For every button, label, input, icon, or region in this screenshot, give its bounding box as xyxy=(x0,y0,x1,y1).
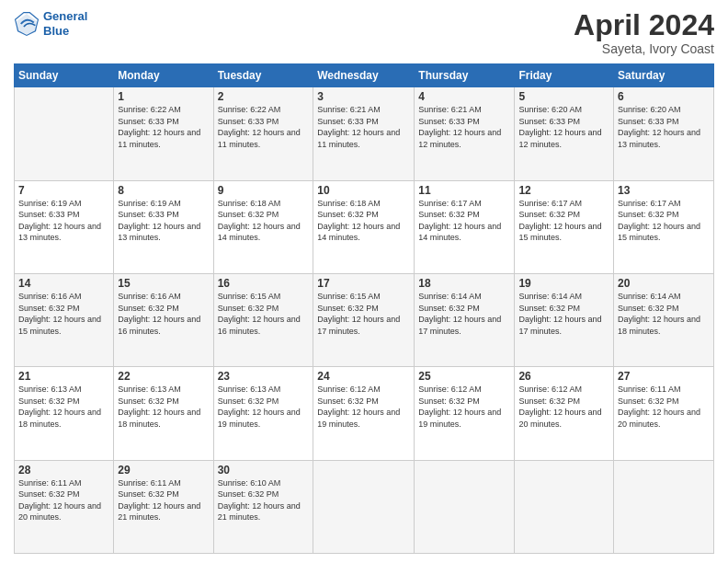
day-number: 9 xyxy=(218,184,310,197)
calendar-cell: 30Sunrise: 6:10 AMSunset: 6:32 PMDayligh… xyxy=(213,460,313,553)
calendar-cell: 6Sunrise: 6:20 AMSunset: 6:33 PMDaylight… xyxy=(614,87,714,180)
week-row-5: 28Sunrise: 6:11 AMSunset: 6:32 PMDayligh… xyxy=(15,460,714,553)
day-info: Sunrise: 6:22 AMSunset: 6:33 PMDaylight:… xyxy=(118,104,209,150)
day-number: 29 xyxy=(118,464,209,477)
day-number: 2 xyxy=(218,90,310,103)
weekday-header-saturday: Saturday xyxy=(614,64,714,87)
calendar-cell: 22Sunrise: 6:13 AMSunset: 6:32 PMDayligh… xyxy=(114,367,213,460)
weekday-header-friday: Friday xyxy=(515,64,614,87)
logo-general: General xyxy=(43,9,87,23)
calendar-cell: 19Sunrise: 6:14 AMSunset: 6:32 PMDayligh… xyxy=(515,273,614,366)
calendar-cell: 7Sunrise: 6:19 AMSunset: 6:33 PMDaylight… xyxy=(15,180,114,273)
calendar-cell: 3Sunrise: 6:21 AMSunset: 6:33 PMDaylight… xyxy=(313,87,415,180)
calendar-cell: 4Sunrise: 6:21 AMSunset: 6:33 PMDaylight… xyxy=(415,87,515,180)
day-number: 5 xyxy=(518,90,609,103)
day-number: 28 xyxy=(18,464,109,477)
day-number: 14 xyxy=(18,277,109,290)
page: General Blue April 2024 Sayeta, Ivory Co… xyxy=(0,0,728,563)
calendar-cell: 1Sunrise: 6:22 AMSunset: 6:33 PMDaylight… xyxy=(114,87,213,180)
header: General Blue April 2024 Sayeta, Ivory Co… xyxy=(14,9,714,56)
day-number: 22 xyxy=(118,370,209,383)
day-number: 4 xyxy=(418,90,510,103)
calendar-cell xyxy=(15,87,114,180)
day-number: 17 xyxy=(317,277,410,290)
calendar-cell xyxy=(415,460,515,553)
calendar-cell: 16Sunrise: 6:15 AMSunset: 6:32 PMDayligh… xyxy=(213,273,313,366)
title-block: April 2024 Sayeta, Ivory Coast xyxy=(574,9,714,56)
day-info: Sunrise: 6:13 AMSunset: 6:32 PMDaylight:… xyxy=(118,384,209,430)
day-info: Sunrise: 6:18 AMSunset: 6:32 PMDaylight:… xyxy=(218,198,310,244)
week-row-1: 1Sunrise: 6:22 AMSunset: 6:33 PMDaylight… xyxy=(15,87,714,180)
calendar-cell: 28Sunrise: 6:11 AMSunset: 6:32 PMDayligh… xyxy=(15,460,114,553)
logo: General Blue xyxy=(14,9,87,38)
day-number: 27 xyxy=(618,370,710,383)
calendar-cell: 23Sunrise: 6:13 AMSunset: 6:32 PMDayligh… xyxy=(213,367,313,460)
day-number: 15 xyxy=(118,277,209,290)
day-info: Sunrise: 6:11 AMSunset: 6:32 PMDaylight:… xyxy=(18,477,109,523)
day-info: Sunrise: 6:20 AMSunset: 6:33 PMDaylight:… xyxy=(618,104,710,150)
day-info: Sunrise: 6:13 AMSunset: 6:32 PMDaylight:… xyxy=(18,384,109,430)
day-info: Sunrise: 6:17 AMSunset: 6:32 PMDaylight:… xyxy=(418,198,510,244)
calendar-cell: 26Sunrise: 6:12 AMSunset: 6:32 PMDayligh… xyxy=(515,367,614,460)
day-info: Sunrise: 6:15 AMSunset: 6:32 PMDaylight:… xyxy=(317,291,410,337)
day-number: 26 xyxy=(518,370,609,383)
calendar-cell: 20Sunrise: 6:14 AMSunset: 6:32 PMDayligh… xyxy=(614,273,714,366)
day-info: Sunrise: 6:17 AMSunset: 6:32 PMDaylight:… xyxy=(618,198,710,244)
day-info: Sunrise: 6:18 AMSunset: 6:32 PMDaylight:… xyxy=(317,198,410,244)
day-number: 23 xyxy=(218,370,310,383)
calendar-cell: 5Sunrise: 6:20 AMSunset: 6:33 PMDaylight… xyxy=(515,87,614,180)
sub-title: Sayeta, Ivory Coast xyxy=(574,41,714,56)
calendar-cell: 24Sunrise: 6:12 AMSunset: 6:32 PMDayligh… xyxy=(313,367,415,460)
calendar-cell xyxy=(515,460,614,553)
day-info: Sunrise: 6:11 AMSunset: 6:32 PMDaylight:… xyxy=(118,477,209,523)
day-number: 25 xyxy=(418,370,510,383)
day-number: 21 xyxy=(18,370,109,383)
calendar-cell: 13Sunrise: 6:17 AMSunset: 6:32 PMDayligh… xyxy=(614,180,714,273)
day-info: Sunrise: 6:11 AMSunset: 6:32 PMDaylight:… xyxy=(618,384,710,430)
weekday-header-sunday: Sunday xyxy=(15,64,114,87)
weekday-header-row: SundayMondayTuesdayWednesdayThursdayFrid… xyxy=(15,64,714,87)
day-number: 6 xyxy=(618,90,710,103)
weekday-header-tuesday: Tuesday xyxy=(213,64,313,87)
day-number: 20 xyxy=(618,277,710,290)
calendar-cell: 15Sunrise: 6:16 AMSunset: 6:32 PMDayligh… xyxy=(114,273,213,366)
logo-icon xyxy=(14,11,40,37)
day-number: 24 xyxy=(317,370,410,383)
day-info: Sunrise: 6:19 AMSunset: 6:33 PMDaylight:… xyxy=(18,198,109,244)
day-info: Sunrise: 6:14 AMSunset: 6:32 PMDaylight:… xyxy=(418,291,510,337)
day-number: 13 xyxy=(618,184,710,197)
day-number: 19 xyxy=(518,277,609,290)
weekday-header-thursday: Thursday xyxy=(415,64,515,87)
calendar-cell: 17Sunrise: 6:15 AMSunset: 6:32 PMDayligh… xyxy=(313,273,415,366)
calendar-cell: 18Sunrise: 6:14 AMSunset: 6:32 PMDayligh… xyxy=(415,273,515,366)
week-row-2: 7Sunrise: 6:19 AMSunset: 6:33 PMDaylight… xyxy=(15,180,714,273)
calendar-cell: 10Sunrise: 6:18 AMSunset: 6:32 PMDayligh… xyxy=(313,180,415,273)
calendar-cell: 9Sunrise: 6:18 AMSunset: 6:32 PMDaylight… xyxy=(213,180,313,273)
day-info: Sunrise: 6:13 AMSunset: 6:32 PMDaylight:… xyxy=(218,384,310,430)
weekday-header-monday: Monday xyxy=(114,64,213,87)
day-info: Sunrise: 6:19 AMSunset: 6:33 PMDaylight:… xyxy=(118,198,209,244)
day-info: Sunrise: 6:10 AMSunset: 6:32 PMDaylight:… xyxy=(218,477,310,523)
calendar-cell: 8Sunrise: 6:19 AMSunset: 6:33 PMDaylight… xyxy=(114,180,213,273)
week-row-4: 21Sunrise: 6:13 AMSunset: 6:32 PMDayligh… xyxy=(15,367,714,460)
day-info: Sunrise: 6:15 AMSunset: 6:32 PMDaylight:… xyxy=(218,291,310,337)
day-info: Sunrise: 6:12 AMSunset: 6:32 PMDaylight:… xyxy=(418,384,510,430)
day-info: Sunrise: 6:12 AMSunset: 6:32 PMDaylight:… xyxy=(317,384,410,430)
calendar-cell: 25Sunrise: 6:12 AMSunset: 6:32 PMDayligh… xyxy=(415,367,515,460)
logo-blue: Blue xyxy=(43,24,69,38)
day-info: Sunrise: 6:21 AMSunset: 6:33 PMDaylight:… xyxy=(418,104,510,150)
day-number: 12 xyxy=(518,184,609,197)
day-number: 18 xyxy=(418,277,510,290)
day-number: 7 xyxy=(18,184,109,197)
day-info: Sunrise: 6:16 AMSunset: 6:32 PMDaylight:… xyxy=(118,291,209,337)
day-number: 10 xyxy=(317,184,410,197)
calendar-cell: 29Sunrise: 6:11 AMSunset: 6:32 PMDayligh… xyxy=(114,460,213,553)
calendar-table: SundayMondayTuesdayWednesdayThursdayFrid… xyxy=(14,63,714,554)
day-info: Sunrise: 6:14 AMSunset: 6:32 PMDaylight:… xyxy=(518,291,609,337)
day-number: 1 xyxy=(118,90,209,103)
calendar-cell: 27Sunrise: 6:11 AMSunset: 6:32 PMDayligh… xyxy=(614,367,714,460)
day-info: Sunrise: 6:17 AMSunset: 6:32 PMDaylight:… xyxy=(518,198,609,244)
week-row-3: 14Sunrise: 6:16 AMSunset: 6:32 PMDayligh… xyxy=(15,273,714,366)
calendar-cell: 2Sunrise: 6:22 AMSunset: 6:33 PMDaylight… xyxy=(213,87,313,180)
day-info: Sunrise: 6:16 AMSunset: 6:32 PMDaylight:… xyxy=(18,291,109,337)
